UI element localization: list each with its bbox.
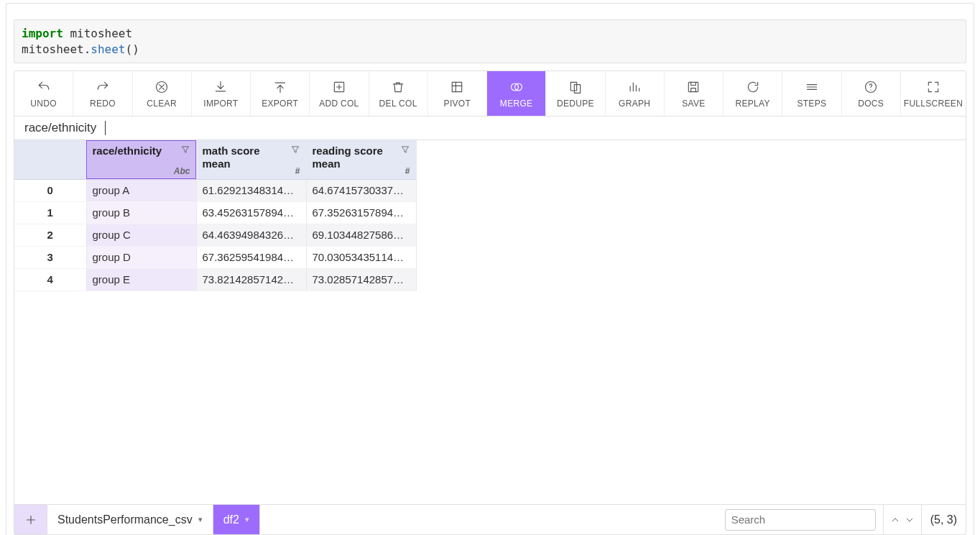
filter-icon[interactable] bbox=[180, 145, 190, 157]
column-header[interactable]: reading score mean# bbox=[306, 140, 416, 179]
cell[interactable]: 70.03053435114… bbox=[306, 246, 416, 268]
row-index[interactable]: 1 bbox=[14, 201, 86, 224]
cell[interactable]: group C bbox=[86, 224, 196, 246]
graph-icon bbox=[627, 80, 642, 94]
toolbar-clear-label: CLEAR bbox=[147, 99, 177, 109]
cell[interactable]: 73.02857142857… bbox=[306, 268, 416, 291]
cell[interactable]: group D bbox=[86, 246, 196, 268]
cursor bbox=[105, 121, 106, 135]
toolbar-save[interactable]: SAVE bbox=[665, 71, 724, 116]
row-index[interactable]: 3 bbox=[14, 246, 86, 268]
svg-point-9 bbox=[870, 90, 871, 91]
cell[interactable]: 61.62921348314… bbox=[196, 179, 306, 201]
search-nav bbox=[883, 505, 921, 534]
dedupe-icon bbox=[568, 80, 583, 94]
cell[interactable]: 67.35263157894… bbox=[306, 201, 416, 224]
undo-icon bbox=[37, 80, 51, 94]
toolbar-add-col-label: ADD COL bbox=[319, 99, 359, 109]
toolbar-replay-label: REPLAY bbox=[735, 99, 769, 109]
sheet-tab[interactable]: df2▾ bbox=[213, 505, 260, 534]
save-icon bbox=[686, 80, 701, 94]
redo-icon bbox=[96, 80, 110, 94]
toolbar-pivot-label: PIVOT bbox=[444, 99, 471, 109]
row-index[interactable]: 4 bbox=[14, 268, 86, 291]
cell[interactable]: 73.82142857142… bbox=[196, 268, 306, 291]
cell[interactable]: 63.45263157894… bbox=[196, 201, 306, 224]
cell[interactable]: group B bbox=[86, 201, 196, 224]
row-index[interactable]: 0 bbox=[14, 179, 86, 201]
toolbar-replay[interactable]: REPLAY bbox=[724, 71, 782, 116]
filter-icon[interactable] bbox=[290, 145, 300, 157]
add-col-icon bbox=[332, 80, 346, 94]
chevron-down-icon[interactable]: ▾ bbox=[245, 515, 249, 524]
toolbar-redo[interactable]: REDO bbox=[73, 71, 132, 116]
formula-bar-value: race/ethnicity bbox=[24, 121, 96, 135]
sheet-tab-label: StudentsPerformance_csv bbox=[57, 513, 193, 526]
code-line2-call: sheet bbox=[91, 42, 125, 56]
svg-rect-5 bbox=[570, 83, 576, 91]
toolbar-del-col-label: DEL COL bbox=[379, 99, 417, 109]
toolbar-redo-label: REDO bbox=[90, 99, 116, 109]
chevron-up-icon[interactable] bbox=[889, 514, 901, 526]
toolbar-docs[interactable]: DOCS bbox=[842, 71, 901, 116]
toolbar-undo-label: UNDO bbox=[30, 99, 57, 109]
plus-icon bbox=[24, 513, 38, 527]
filter-icon[interactable] bbox=[400, 145, 410, 157]
cell[interactable]: group A bbox=[86, 179, 196, 201]
toolbar-clear[interactable]: CLEAR bbox=[133, 71, 192, 116]
chevron-down-icon[interactable] bbox=[904, 514, 915, 526]
index-header bbox=[14, 140, 86, 179]
replay-icon bbox=[746, 80, 760, 94]
mito-sheet: UNDOREDOCLEARIMPORTEXPORTADD COLDEL COLP… bbox=[14, 70, 966, 535]
column-name: math score mean bbox=[203, 145, 282, 170]
toolbar-merge[interactable]: MERGE bbox=[487, 71, 546, 116]
cell[interactable]: 69.10344827586… bbox=[306, 224, 416, 246]
table-row: 1group B63.45263157894…67.35263157894… bbox=[14, 201, 416, 224]
column-name: reading score mean bbox=[313, 145, 392, 170]
toolbar-dedupe[interactable]: DEDUPE bbox=[546, 71, 605, 116]
toolbar-undo[interactable]: UNDO bbox=[14, 71, 73, 116]
column-header[interactable]: math score mean# bbox=[196, 140, 306, 179]
code-keyword: import bbox=[22, 27, 63, 40]
code-line2-prefix: mitosheet. bbox=[22, 42, 91, 56]
merge-icon bbox=[509, 80, 524, 94]
pivot-icon bbox=[450, 80, 464, 94]
search-box bbox=[725, 509, 876, 531]
steps-icon bbox=[805, 80, 819, 94]
svg-rect-6 bbox=[574, 85, 580, 93]
fullscreen-icon bbox=[926, 80, 940, 94]
type-icon: # bbox=[295, 166, 300, 176]
row-index[interactable]: 2 bbox=[14, 224, 86, 246]
chevron-down-icon[interactable]: ▾ bbox=[198, 515, 203, 524]
toolbar-graph[interactable]: GRAPH bbox=[606, 71, 665, 116]
toolbar-steps[interactable]: STEPS bbox=[782, 71, 841, 116]
type-icon: # bbox=[405, 166, 410, 176]
cell[interactable]: 64.46394984326… bbox=[196, 224, 306, 246]
toolbar-import-label: IMPORT bbox=[203, 99, 238, 109]
toolbar-export[interactable]: EXPORT bbox=[251, 71, 310, 116]
import-icon bbox=[213, 80, 228, 94]
toolbar-fullscreen[interactable]: FULLSCREEN bbox=[901, 71, 966, 116]
search-input[interactable] bbox=[725, 509, 876, 531]
toolbar-fullscreen-label: FULLSCREEN bbox=[904, 99, 963, 109]
sheet-tab[interactable]: StudentsPerformance_csv▾ bbox=[47, 505, 213, 534]
toolbar-dedupe-label: DEDUPE bbox=[557, 99, 594, 109]
add-sheet-button[interactable] bbox=[14, 505, 47, 534]
column-name: race/ethnicity bbox=[93, 145, 172, 157]
code-cell[interactable]: import mitosheet mitosheet.sheet() bbox=[14, 19, 966, 63]
toolbar-import[interactable]: IMPORT bbox=[192, 71, 251, 116]
toolbar-pivot[interactable]: PIVOT bbox=[428, 71, 487, 116]
formula-bar[interactable]: race/ethnicity bbox=[14, 116, 966, 140]
clear-icon bbox=[154, 80, 169, 94]
toolbar-del-col[interactable]: DEL COL bbox=[369, 71, 428, 116]
grid[interactable]: race/ethnicityAbcmath score mean#reading… bbox=[14, 140, 966, 504]
cell[interactable]: 64.67415730337… bbox=[306, 179, 416, 201]
cell[interactable]: 67.36259541984… bbox=[196, 246, 306, 268]
table-row: 3group D67.36259541984…70.03053435114… bbox=[14, 246, 416, 268]
toolbar-add-col[interactable]: ADD COL bbox=[310, 71, 369, 116]
toolbar-save-label: SAVE bbox=[682, 99, 705, 109]
del-col-icon bbox=[391, 80, 405, 94]
cell[interactable]: group E bbox=[86, 268, 196, 291]
svg-rect-7 bbox=[689, 83, 698, 92]
column-header[interactable]: race/ethnicityAbc bbox=[86, 140, 196, 179]
